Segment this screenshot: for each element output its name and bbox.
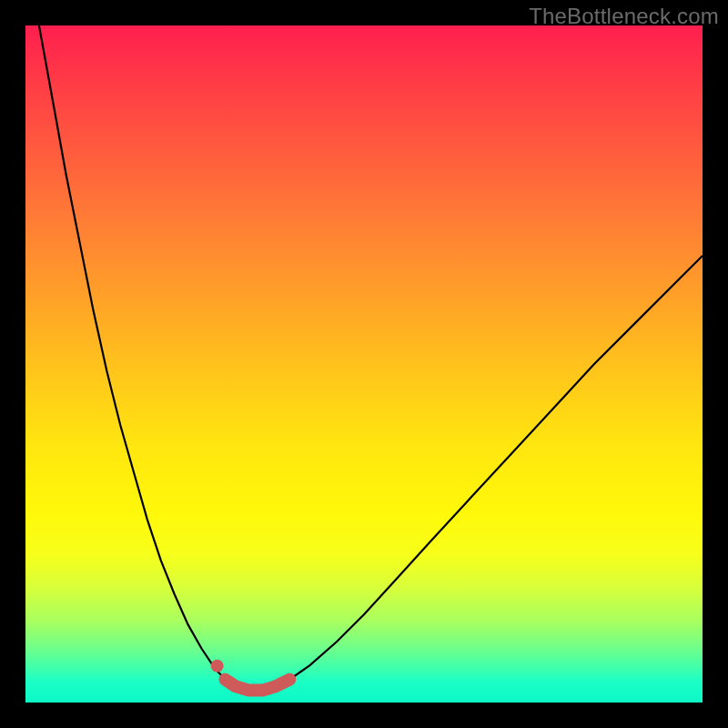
curve-layer bbox=[25, 25, 703, 703]
minimum-highlight-stroke bbox=[226, 680, 290, 691]
curve-left-branch bbox=[39, 25, 236, 686]
curve-right-branch bbox=[276, 256, 703, 686]
minimum-highlight-dot bbox=[211, 660, 224, 672]
watermark-text: TheBottleneck.com bbox=[529, 4, 719, 29]
chart-frame: TheBottleneck.com bbox=[0, 0, 728, 728]
plot-area bbox=[25, 25, 703, 703]
